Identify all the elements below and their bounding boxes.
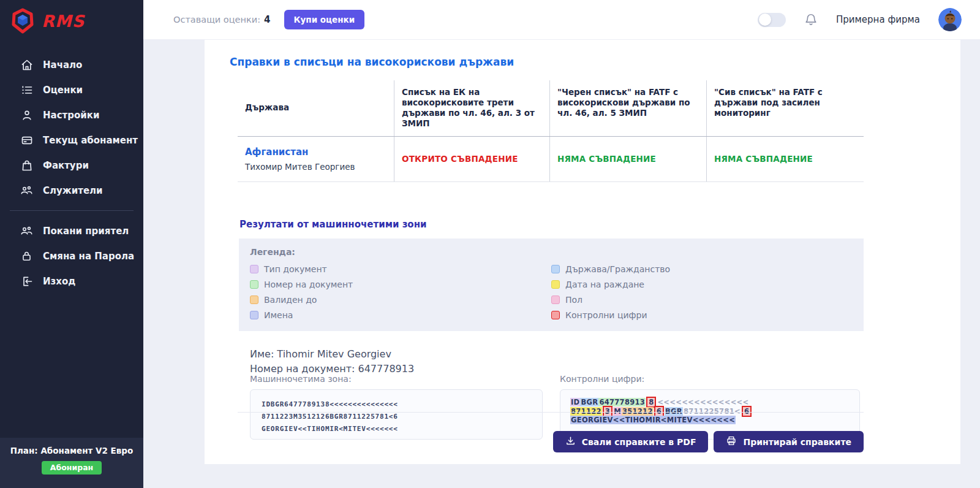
mrz-raw-label: Машинночетима зона: <box>250 374 543 384</box>
toggle-knob <box>759 13 771 26</box>
logout-icon <box>20 275 33 288</box>
sidebar: RMS Начало Оценки Настройки Текущ абонам… <box>0 0 143 488</box>
plan-label: План: Абонамент V2 Евро <box>0 446 143 456</box>
result-cell-fatf-black: НЯМА СЪВПАДЕНИЕ <box>550 137 707 181</box>
person-name-line: Име: Tihomir Mitev Georgiev <box>250 347 960 362</box>
sidebar-item-label: Служители <box>43 185 103 196</box>
logo-text: RMS <box>42 12 85 31</box>
high-risk-table: Държава Списък на ЕК на високорисковите … <box>238 80 864 182</box>
legend-right-column: Държава/Гражданство Дата на раждане Пол … <box>551 264 853 320</box>
sidebar-item-settings[interactable]: Настройки <box>0 102 143 128</box>
country-link[interactable]: Афганистан <box>245 147 386 158</box>
mrz-line: 8711223M3512126BGR8711225781<6 <box>262 411 542 423</box>
sidebar-item-employees[interactable]: Служители <box>0 178 143 203</box>
buy-assessments-button[interactable]: Купи оценки <box>284 10 365 29</box>
doc-type-swatch <box>250 265 258 273</box>
report-card: Справки в списъци на високорискови държа… <box>205 40 960 464</box>
mrz-line: GEORGIEV<<TIHOMIR<MITEV<<<<<<< <box>262 423 542 435</box>
match-status: НЯМА СЪВПАДЕНИЕ <box>714 154 856 164</box>
table-row: Афганистан Тихомир Митев Георгиев ОТКРИТ… <box>238 137 864 182</box>
result-cell-ek: ОТКРИТО СЪВПАДЕНИЕ <box>394 137 550 181</box>
plan-status-badge: Абониран <box>42 461 102 475</box>
sidebar-item-label: Фактури <box>43 160 89 171</box>
sidebar-item-subscription[interactable]: Текущ абонамент <box>0 128 143 153</box>
sidebar-divider <box>10 210 134 211</box>
legend-item-check-digits: Контролни цифри <box>551 310 853 320</box>
sidebar-item-label: Смяна на Парола <box>43 251 134 262</box>
sidebar-item-label: Покани приятел <box>43 226 129 237</box>
legend-item-birth-date: Дата на раждане <box>551 280 853 289</box>
logo[interactable]: RMS <box>0 0 143 34</box>
country-cell: Афганистан Тихомир Митев Георгиев <box>238 137 394 181</box>
company-name: Примерна фирма <box>836 14 920 25</box>
notifications-bell-icon[interactable] <box>804 13 818 26</box>
mrz-control-panel: Контролни цифри: IDBGR6477789138<<<<<<<<… <box>560 374 860 440</box>
mrz-control-line: IDBGR6477789138<<<<<<<<<<<<<<< <box>570 398 859 407</box>
legend-item-names: Имена <box>250 310 551 320</box>
theme-toggle[interactable] <box>758 13 786 27</box>
print-reports-button[interactable]: Принтирай справките <box>714 431 864 452</box>
plan-footer: План: Абонамент V2 Евро Абониран <box>0 438 143 488</box>
mrz-raw-panel: Машинночетима зона: IDBGR6477789138<<<<<… <box>250 374 543 440</box>
legend-item-country: Държава/Гражданство <box>551 264 853 274</box>
col-header-fatf-grey: "Сив списък" на FATF с държави под засил… <box>707 80 864 136</box>
sidebar-item-invite-friend[interactable]: Покани приятел <box>0 218 143 243</box>
home-icon <box>20 58 33 71</box>
sidebar-item-invoices[interactable]: Фактури <box>0 153 143 178</box>
users-icon <box>20 184 33 197</box>
sidebar-item-assessments[interactable]: Оценки <box>0 77 143 102</box>
lock-icon <box>20 250 33 262</box>
legend-item-sex: Пол <box>551 295 853 305</box>
rms-logo-icon <box>10 8 36 34</box>
page-title: Справки в списъци на високорискови държа… <box>230 56 960 68</box>
download-pdf-button[interactable]: Свали справките в PDF <box>553 431 709 452</box>
legend-title: Легенда: <box>250 247 853 257</box>
valid-until-swatch <box>250 295 258 304</box>
table-header-row: Държава Списък на ЕК на високорисковите … <box>238 80 864 137</box>
printer-icon <box>726 435 737 448</box>
mrz-line: IDBGR6477789138<<<<<<<<<<<<<<< <box>262 398 542 411</box>
sidebar-item-label: Текущ абонамент <box>43 135 138 146</box>
app-root: RMS Начало Оценки Настройки Текущ абонам… <box>0 0 980 488</box>
legend-item-doc-number: Номер на документ <box>250 280 551 289</box>
check-digits-swatch <box>551 311 560 319</box>
person-name: Тихомир Митев Георгиев <box>245 162 386 172</box>
mrz-section-title: Резултати от машинночетими зони <box>239 219 960 230</box>
sidebar-item-label: Изход <box>43 276 75 287</box>
report-actions: Свали справките в PDF Принтирай справкит… <box>553 431 864 452</box>
sidebar-menu: Начало Оценки Настройки Текущ абонамент … <box>0 52 143 294</box>
remaining-value: 4 <box>264 14 270 25</box>
sidebar-item-change-password[interactable]: Смяна на Парола <box>0 243 143 269</box>
credit-card-icon <box>20 134 33 147</box>
mrz-control-line: GEORGIEV<<TIHOMIR<MITEV<<<<<<< <box>570 416 859 425</box>
birth-date-swatch <box>551 280 560 289</box>
topbar-right: Примерна фирма <box>758 8 980 31</box>
legend-item-valid-until: Валиден до <box>250 295 551 305</box>
country-swatch <box>551 265 560 273</box>
mrz-legend: Легенда: Тип документ Номер на документ … <box>239 238 864 331</box>
sex-swatch <box>551 295 560 304</box>
control-digits-label: Контролни цифри: <box>560 374 860 384</box>
mrz-control-line: 8711223M3512126BGR8711225781<6 <box>570 407 859 416</box>
col-header-country: Държава <box>238 80 394 136</box>
col-header-fatf-black: "Черен списък" на FATF с високорискови д… <box>550 80 707 136</box>
remaining-label: Оставащи оценки: <box>173 15 260 25</box>
sidebar-item-home[interactable]: Начало <box>0 52 143 77</box>
remaining-assessments: Оставащи оценки:4 <box>173 14 271 25</box>
identity-summary: Име: Tihomir Mitev Georgiev Номер на док… <box>250 347 960 376</box>
users-icon <box>20 224 33 237</box>
topbar: Оставащи оценки:4 Купи оценки Примерна ф… <box>143 0 980 40</box>
sidebar-item-label: Начало <box>43 59 82 71</box>
list-icon <box>20 83 33 96</box>
mrz-panels: Машинночетима зона: IDBGR6477789138<<<<<… <box>250 374 938 440</box>
mrz-raw-box: IDBGR6477789138<<<<<<<<<<<<<<< 8711223M3… <box>250 389 543 440</box>
col-header-ek-list: Списък на ЕК на високорисковите трети дъ… <box>394 80 550 136</box>
section-divider <box>238 412 864 413</box>
sidebar-item-logout[interactable]: Изход <box>0 269 143 294</box>
legend-item-doc-type: Тип документ <box>250 264 551 274</box>
download-icon <box>565 436 576 448</box>
doc-number-swatch <box>250 280 258 289</box>
legend-left-column: Тип документ Номер на документ Валиден д… <box>250 264 551 320</box>
avatar[interactable] <box>938 8 962 31</box>
result-cell-fatf-grey: НЯМА СЪВПАДЕНИЕ <box>707 137 864 181</box>
